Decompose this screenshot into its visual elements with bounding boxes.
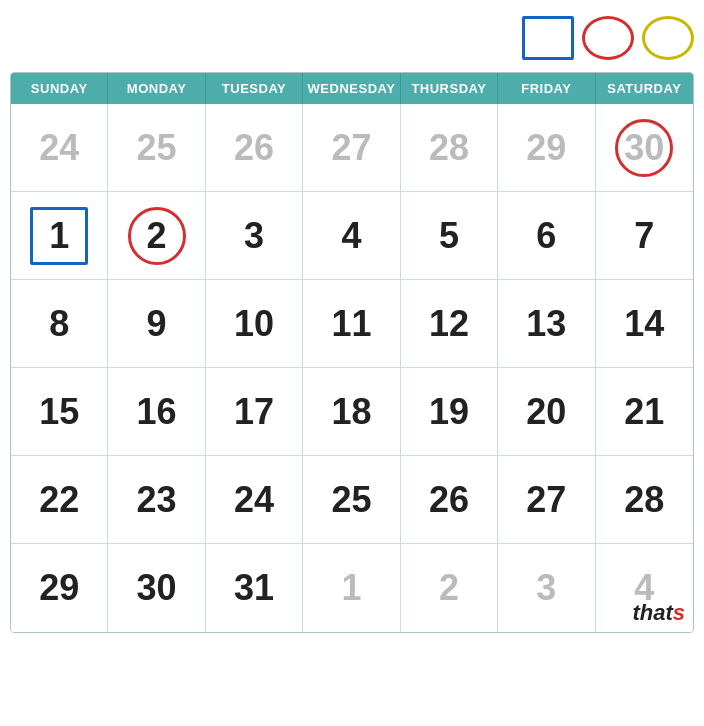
calendar-cell: 16: [108, 368, 205, 456]
day-number: 30: [615, 119, 673, 177]
days-off-box: [582, 16, 634, 60]
calendar-header-cell: SUNDAY: [11, 73, 108, 104]
day-number: 26: [225, 119, 283, 177]
day-number: 10: [225, 295, 283, 353]
calendar-header-cell: SATURDAY: [596, 73, 693, 104]
calendar-cell: 21: [596, 368, 693, 456]
legend-official: [522, 16, 574, 64]
calendar-cell: 12: [401, 280, 498, 368]
calendar-cell: 3: [206, 192, 303, 280]
calendar-cell: 8: [11, 280, 108, 368]
calendar-cell: 9: [108, 280, 205, 368]
calendar-cell: 27: [498, 456, 595, 544]
day-number: 16: [128, 383, 186, 441]
day-number: 27: [322, 119, 380, 177]
day-number: 1: [322, 559, 380, 617]
calendar-cell: 29: [11, 544, 108, 632]
calendar-cell: 3: [498, 544, 595, 632]
calendar-cell: 24: [11, 104, 108, 192]
day-number: 17: [225, 383, 283, 441]
day-number: 30: [128, 559, 186, 617]
day-number: 5: [420, 207, 478, 265]
calendar-cell: 6: [498, 192, 595, 280]
day-number: 21: [615, 383, 673, 441]
calendar-cell: 1: [11, 192, 108, 280]
day-number: 23: [128, 471, 186, 529]
calendar-cell: 5: [401, 192, 498, 280]
day-number: 3: [225, 207, 283, 265]
day-number: 24: [225, 471, 283, 529]
calendar-cell: 25: [303, 456, 400, 544]
calendar-header-cell: WEDNESDAY: [303, 73, 400, 104]
day-number: 6: [517, 207, 575, 265]
branding: thats: [632, 600, 685, 626]
day-number: 25: [128, 119, 186, 177]
calendar-cell: 4: [303, 192, 400, 280]
calendar-cell: 13: [498, 280, 595, 368]
page-container: SUNDAYMONDAYTUESDAYWEDNESDAYTHURSDAYFRID…: [0, 0, 704, 726]
calendar-body: 2425262728293012345678910111213141516171…: [11, 104, 693, 632]
legend: [522, 16, 694, 64]
day-number: 28: [420, 119, 478, 177]
calendar-cell: 2: [401, 544, 498, 632]
calendar-cell: 23: [108, 456, 205, 544]
calendar-header-cell: THURSDAY: [401, 73, 498, 104]
calendar-cell: 17: [206, 368, 303, 456]
calendar-cell: 27: [303, 104, 400, 192]
day-number: 9: [128, 295, 186, 353]
day-number: 31: [225, 559, 283, 617]
calendar-cell: 19: [401, 368, 498, 456]
day-number: 7: [615, 207, 673, 265]
calendar-cell: 1: [303, 544, 400, 632]
calendar-cell: 29: [498, 104, 595, 192]
calendar-cell: 18: [303, 368, 400, 456]
day-number: 8: [30, 295, 88, 353]
calendar-cell: 4thats: [596, 544, 693, 632]
calendar: SUNDAYMONDAYTUESDAYWEDNESDAYTHURSDAYFRID…: [10, 72, 694, 633]
day-number: 28: [615, 471, 673, 529]
day-number: 11: [322, 295, 380, 353]
calendar-cell: 20: [498, 368, 595, 456]
day-number: 29: [30, 559, 88, 617]
day-number: 29: [517, 119, 575, 177]
adjusted-work-day-box: [642, 16, 694, 60]
day-number: 18: [322, 383, 380, 441]
calendar-cell: 2: [108, 192, 205, 280]
calendar-header-cell: MONDAY: [108, 73, 205, 104]
calendar-cell: 26: [206, 104, 303, 192]
day-number: 22: [30, 471, 88, 529]
day-number: 25: [322, 471, 380, 529]
legend-adjusted: [642, 16, 694, 64]
calendar-cell: 25: [108, 104, 205, 192]
legend-daysoff: [582, 16, 634, 64]
day-number: 2: [420, 559, 478, 617]
calendar-header: SUNDAYMONDAYTUESDAYWEDNESDAYTHURSDAYFRID…: [11, 73, 693, 104]
day-number: 27: [517, 471, 575, 529]
header-row: [10, 12, 694, 64]
day-number: 24: [30, 119, 88, 177]
calendar-cell: 15: [11, 368, 108, 456]
day-number: 20: [517, 383, 575, 441]
calendar-cell: 22: [11, 456, 108, 544]
day-number: 1: [30, 207, 88, 265]
day-number: 26: [420, 471, 478, 529]
calendar-header-cell: TUESDAY: [206, 73, 303, 104]
calendar-cell: 10: [206, 280, 303, 368]
calendar-cell: 7: [596, 192, 693, 280]
calendar-cell: 30: [596, 104, 693, 192]
day-number: 14: [615, 295, 673, 353]
day-number: 4: [322, 207, 380, 265]
calendar-cell: 26: [401, 456, 498, 544]
calendar-cell: 11: [303, 280, 400, 368]
calendar-cell: 28: [401, 104, 498, 192]
calendar-header-cell: FRIDAY: [498, 73, 595, 104]
day-number: 2: [128, 207, 186, 265]
day-number: 15: [30, 383, 88, 441]
calendar-cell: 24: [206, 456, 303, 544]
calendar-cell: 14: [596, 280, 693, 368]
calendar-cell: 31: [206, 544, 303, 632]
calendar-cell: 28: [596, 456, 693, 544]
calendar-cell: 30: [108, 544, 205, 632]
day-number: 13: [517, 295, 575, 353]
day-number: 3: [517, 559, 575, 617]
